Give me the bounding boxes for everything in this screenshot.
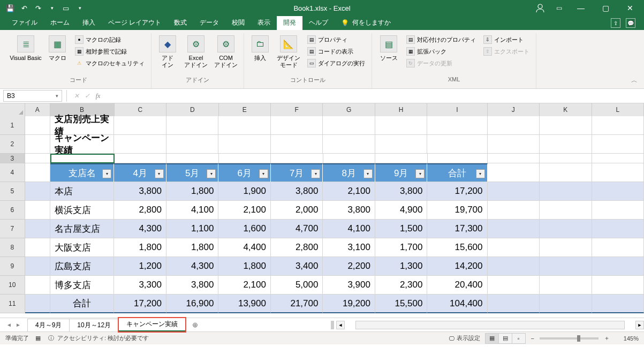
cell[interactable]: 3,800: [323, 201, 375, 220]
cell[interactable]: 8月▾: [323, 163, 375, 182]
comments-icon[interactable]: 💬: [626, 18, 635, 28]
zoom-slider[interactable]: [540, 337, 598, 340]
filter-dropdown-icon[interactable]: ▾: [363, 169, 373, 178]
properties-button[interactable]: ▤プロパティ: [305, 34, 367, 45]
cell[interactable]: 1,600: [218, 220, 271, 238]
tab-help[interactable]: ヘルプ: [302, 16, 335, 30]
cell[interactable]: [25, 276, 50, 295]
map-properties-button[interactable]: ▤対応付けのプロパティ: [404, 34, 478, 45]
zoom-in-button[interactable]: ＋: [604, 334, 610, 342]
tab-review[interactable]: 校閲: [225, 16, 251, 30]
cell[interactable]: 2,100: [218, 276, 271, 295]
record-macro-button[interactable]: ●マクロの記録: [73, 34, 147, 45]
ribbon-display-icon[interactable]: ▭: [552, 2, 566, 14]
cell[interactable]: 3,800: [271, 182, 323, 201]
cell[interactable]: 3,800: [166, 276, 219, 295]
cell[interactable]: [592, 116, 645, 135]
cell[interactable]: [50, 154, 115, 163]
macro-security-button[interactable]: ⚠マクロのセキュリティ: [73, 58, 147, 69]
row-header[interactable]: 5: [0, 182, 25, 201]
cell[interactable]: 20,400: [427, 276, 487, 295]
cell[interactable]: [25, 116, 50, 135]
cell[interactable]: [166, 135, 219, 154]
col-header-G[interactable]: G: [323, 103, 375, 116]
redo-icon[interactable]: ↷: [32, 2, 44, 14]
display-settings-button[interactable]: 🖵表示設定: [449, 334, 480, 342]
tab-data[interactable]: データ: [193, 16, 225, 30]
col-header-I[interactable]: I: [427, 103, 487, 116]
namebox-dropdown-icon[interactable]: ▾: [56, 93, 58, 99]
row-header[interactable]: 2: [0, 135, 25, 154]
cell[interactable]: [592, 135, 645, 154]
cell[interactable]: 本店: [50, 182, 115, 201]
cell[interactable]: 5月▾: [166, 163, 219, 182]
filter-dropdown-icon[interactable]: ▾: [102, 169, 111, 178]
cancel-icon[interactable]: ✕: [71, 92, 82, 100]
cell[interactable]: 4,700: [271, 220, 323, 238]
cell[interactable]: [25, 154, 50, 163]
cell[interactable]: [428, 154, 488, 163]
sheet-nav-next-icon[interactable]: ►: [14, 322, 22, 328]
cell[interactable]: [271, 135, 323, 154]
cell[interactable]: [540, 135, 592, 154]
cell[interactable]: 19,700: [427, 201, 487, 220]
cell[interactable]: 1,800: [166, 238, 219, 257]
cell[interactable]: 合計▾: [427, 163, 487, 182]
tell-me[interactable]: 💡何をしますか: [335, 16, 397, 30]
cell[interactable]: 4月▾: [114, 163, 166, 182]
cell[interactable]: [592, 154, 644, 163]
cell[interactable]: 17,200: [427, 182, 487, 201]
share-icon[interactable]: ⇪: [611, 18, 620, 28]
tab-view[interactable]: 表示: [251, 16, 277, 30]
zoom-out-button[interactable]: −: [531, 335, 534, 342]
sheet-tab-2[interactable]: キャンペーン実績: [118, 318, 186, 332]
row-header[interactable]: 11: [0, 295, 25, 313]
cell[interactable]: [115, 154, 167, 163]
row-header[interactable]: 9: [0, 257, 25, 276]
cell[interactable]: [540, 154, 592, 163]
cell[interactable]: [219, 154, 271, 163]
cell[interactable]: [488, 201, 540, 220]
cell[interactable]: [540, 238, 592, 257]
enter-icon[interactable]: ✓: [82, 92, 93, 100]
col-header-J[interactable]: J: [488, 103, 540, 116]
tab-insert[interactable]: 挿入: [76, 16, 102, 30]
filter-dropdown-icon[interactable]: ▾: [259, 169, 268, 178]
filter-dropdown-icon[interactable]: ▾: [155, 169, 164, 178]
col-header-A[interactable]: A: [25, 103, 50, 116]
sheet-tab-1[interactable]: 10月～12月: [69, 319, 119, 331]
tab-home[interactable]: ホーム: [44, 16, 76, 30]
tab-file[interactable]: ファイル: [5, 16, 44, 30]
cell[interactable]: 6月▾: [218, 163, 271, 182]
undo-icon[interactable]: ↶: [18, 2, 30, 14]
cell[interactable]: [540, 182, 592, 201]
cell[interactable]: [592, 182, 645, 201]
split-handle[interactable]: [331, 321, 334, 329]
cell[interactable]: 2,800: [271, 238, 323, 257]
addins-button[interactable]: ◆アド イン: [156, 33, 179, 69]
cell[interactable]: [592, 257, 645, 276]
cell[interactable]: [218, 116, 271, 135]
cell[interactable]: [323, 154, 376, 163]
cell[interactable]: [114, 135, 166, 154]
page-layout-button[interactable]: ▤: [498, 333, 512, 344]
sheet-tab-0[interactable]: 4月～9月: [27, 319, 70, 331]
excel-addins-button[interactable]: ⚙Excel アドイン: [183, 33, 209, 69]
cell[interactable]: 16,900: [166, 295, 219, 313]
cell[interactable]: 1,800: [218, 257, 271, 276]
expansion-pack-button[interactable]: ▦拡張パック: [404, 46, 478, 57]
cell[interactable]: 1,100: [166, 220, 219, 238]
row-header[interactable]: 4: [0, 163, 25, 182]
run-dialog-button[interactable]: ▭ダイアログの実行: [305, 58, 367, 69]
cell[interactable]: [592, 295, 645, 313]
select-all-button[interactable]: [0, 103, 25, 116]
cell[interactable]: [25, 257, 50, 276]
cell[interactable]: [488, 163, 540, 182]
filter-dropdown-icon[interactable]: ▾: [311, 169, 320, 178]
cell[interactable]: [488, 182, 540, 201]
cell[interactable]: 1,200: [114, 257, 166, 276]
cell[interactable]: [114, 116, 166, 135]
cell[interactable]: [592, 201, 645, 220]
com-addins-button[interactable]: ⚙COM アドイン: [213, 33, 239, 69]
source-button[interactable]: ▤ソース: [376, 33, 401, 62]
